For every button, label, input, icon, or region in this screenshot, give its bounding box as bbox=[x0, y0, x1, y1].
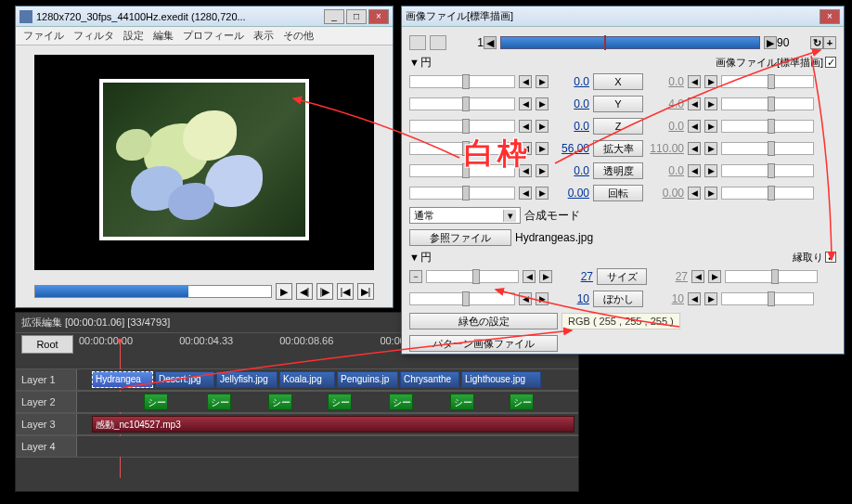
param-slider-l-1[interactable] bbox=[409, 97, 515, 110]
layer-1-label[interactable]: Layer 1 bbox=[16, 369, 77, 390]
color-settings-button[interactable]: 緑色の設定 bbox=[409, 313, 558, 330]
clip-lighthouse[interactable]: Lighthouse.jpg bbox=[461, 371, 541, 388]
skip-back-button[interactable]: |◀ bbox=[337, 283, 354, 300]
param-dec-l-0[interactable]: ◀ bbox=[519, 75, 532, 88]
param-val-l-0[interactable]: 0.0 bbox=[552, 75, 589, 88]
param-slider-r-3[interactable] bbox=[721, 142, 814, 155]
param-val-l-3[interactable]: 56.00 bbox=[552, 142, 589, 155]
preview-titlebar[interactable]: 1280x720_30fps_44100Hz.exedit (1280,720.… bbox=[16, 6, 393, 27]
blur-right[interactable]: 10 bbox=[647, 292, 684, 305]
clip-scene-1[interactable]: シー bbox=[144, 394, 168, 410]
param-dec-r-5[interactable]: ◀ bbox=[688, 187, 701, 200]
param-inc-l-4[interactable]: ▶ bbox=[536, 164, 549, 177]
param-slider-l-3[interactable] bbox=[409, 142, 515, 155]
param-dec-l-2[interactable]: ◀ bbox=[519, 120, 532, 133]
param-dec-l-4[interactable]: ◀ bbox=[519, 164, 532, 177]
clip-scene-2[interactable]: シー bbox=[207, 394, 231, 410]
blur-button[interactable]: ぼかし bbox=[593, 291, 643, 307]
sl-l[interactable]: ◀ bbox=[523, 270, 536, 283]
menu-profile[interactable]: プロフィール bbox=[183, 29, 244, 43]
clip-audio[interactable]: 感動_nc104527.mp3 bbox=[92, 416, 574, 433]
param-val-r-2[interactable]: 0.0 bbox=[647, 120, 684, 133]
param-dec-r-4[interactable]: ◀ bbox=[688, 164, 701, 177]
root-button[interactable]: Root bbox=[21, 335, 73, 354]
param-inc-r-3[interactable]: ▶ bbox=[704, 142, 717, 155]
param-inc-l-2[interactable]: ▶ bbox=[536, 120, 549, 133]
param-slider-r-0[interactable] bbox=[721, 75, 814, 88]
layer-4-track[interactable] bbox=[77, 436, 578, 457]
size-slider-r[interactable] bbox=[725, 270, 818, 283]
frame-slider[interactable] bbox=[500, 36, 760, 49]
br-l[interactable]: ◀ bbox=[688, 292, 701, 305]
sr-l[interactable]: ◀ bbox=[691, 270, 704, 283]
param-slider-l-5[interactable] bbox=[409, 187, 515, 200]
layer-4-label[interactable]: Layer 4 bbox=[16, 436, 77, 457]
next-object-icon[interactable] bbox=[430, 35, 446, 50]
clip-scene-4[interactable]: シー bbox=[328, 394, 352, 410]
blur-slider[interactable] bbox=[409, 292, 515, 305]
param-inc-r-4[interactable]: ▶ bbox=[704, 164, 717, 177]
blend-mode-select[interactable]: 通常 ▾ bbox=[409, 207, 521, 224]
param-dec-r-1[interactable]: ◀ bbox=[688, 97, 701, 110]
close-button[interactable]: × bbox=[368, 9, 389, 24]
param-slider-r-4[interactable] bbox=[721, 164, 814, 177]
param-btn-3[interactable]: 拡大率 bbox=[593, 140, 643, 157]
param-inc-r-1[interactable]: ▶ bbox=[704, 97, 717, 110]
param-val-r-1[interactable]: 4.0 bbox=[647, 97, 684, 110]
param-btn-2[interactable]: Z bbox=[593, 118, 643, 135]
param-btn-1[interactable]: Y bbox=[593, 96, 643, 112]
clip-chrysanthemum[interactable]: Chrysanthe bbox=[400, 371, 459, 388]
param-val-r-0[interactable]: 0.0 bbox=[647, 75, 684, 88]
menu-file[interactable]: ファイル bbox=[23, 29, 64, 43]
sl-r[interactable]: ▶ bbox=[539, 270, 552, 283]
size-button[interactable]: サイズ bbox=[597, 268, 647, 285]
size-slider[interactable] bbox=[426, 270, 519, 283]
menu-settings[interactable]: 設定 bbox=[123, 29, 144, 43]
clip-scene-7[interactable]: シー bbox=[510, 394, 534, 410]
layer-1-track[interactable]: Hydrangea Desert.jpg Jellyfish.jpg Koala… bbox=[77, 369, 578, 390]
clip-scene-5[interactable]: シー bbox=[389, 394, 413, 410]
param-btn-0[interactable]: X bbox=[593, 73, 643, 90]
minimize-button[interactable]: _ bbox=[324, 9, 344, 24]
param-slider-r-2[interactable] bbox=[721, 120, 814, 133]
maximize-button[interactable]: □ bbox=[346, 9, 367, 24]
clip-hydrangea[interactable]: Hydrangea bbox=[92, 371, 153, 388]
section-toggle-2[interactable]: ▼ bbox=[409, 252, 420, 263]
menu-view[interactable]: 表示 bbox=[253, 29, 274, 43]
dec-button[interactable]: − bbox=[409, 270, 422, 283]
add-filter-button[interactable]: + bbox=[823, 36, 836, 49]
bl-r[interactable]: ▶ bbox=[536, 292, 549, 305]
param-val-l-2[interactable]: 0.0 bbox=[552, 120, 589, 133]
param-slider-r-1[interactable] bbox=[721, 97, 814, 110]
param-dec-l-5[interactable]: ◀ bbox=[519, 187, 532, 200]
property-close-button[interactable]: × bbox=[820, 9, 840, 24]
param-val-l-4[interactable]: 0.0 bbox=[552, 164, 589, 177]
blur-slider-r[interactable] bbox=[721, 292, 814, 305]
clip-jellyfish[interactable]: Jellyfish.jpg bbox=[216, 371, 278, 388]
prev-object-icon[interactable] bbox=[409, 35, 426, 50]
reference-file-button[interactable]: 参照ファイル bbox=[409, 229, 511, 246]
menu-edit[interactable]: 編集 bbox=[153, 29, 174, 43]
layer-2-track[interactable]: シー シー シー シー シー シー シー bbox=[77, 392, 578, 412]
param-slider-l-0[interactable] bbox=[409, 75, 515, 88]
param-val-l-5[interactable]: 0.00 bbox=[552, 187, 589, 200]
blur-left[interactable]: 10 bbox=[552, 292, 589, 305]
section-enable-2[interactable]: ✓ bbox=[825, 252, 836, 263]
param-inc-r-0[interactable]: ▶ bbox=[704, 75, 717, 88]
menu-other[interactable]: その他 bbox=[283, 29, 314, 43]
section-enable-1[interactable]: ✓ bbox=[825, 57, 836, 68]
param-dec-l-3[interactable]: ◀ bbox=[519, 142, 532, 155]
param-val-r-3[interactable]: 110.00 bbox=[647, 142, 684, 155]
play-button[interactable]: ▶ bbox=[276, 283, 292, 300]
clip-koala[interactable]: Koala.jpg bbox=[279, 371, 335, 388]
seek-bar[interactable] bbox=[34, 285, 272, 298]
clip-scene-6[interactable]: シー bbox=[450, 394, 474, 410]
step-fwd-button[interactable]: |▶ bbox=[316, 283, 333, 300]
property-titlebar[interactable]: 画像ファイル[標準描画] × bbox=[402, 6, 844, 27]
param-inc-l-3[interactable]: ▶ bbox=[536, 142, 549, 155]
step-back-button[interactable]: ◀| bbox=[296, 283, 313, 300]
bl-l[interactable]: ◀ bbox=[519, 292, 532, 305]
param-inc-r-5[interactable]: ▶ bbox=[704, 187, 717, 200]
loop-icon[interactable]: ↻ bbox=[810, 36, 823, 49]
param-val-r-5[interactable]: 0.00 bbox=[647, 187, 684, 200]
